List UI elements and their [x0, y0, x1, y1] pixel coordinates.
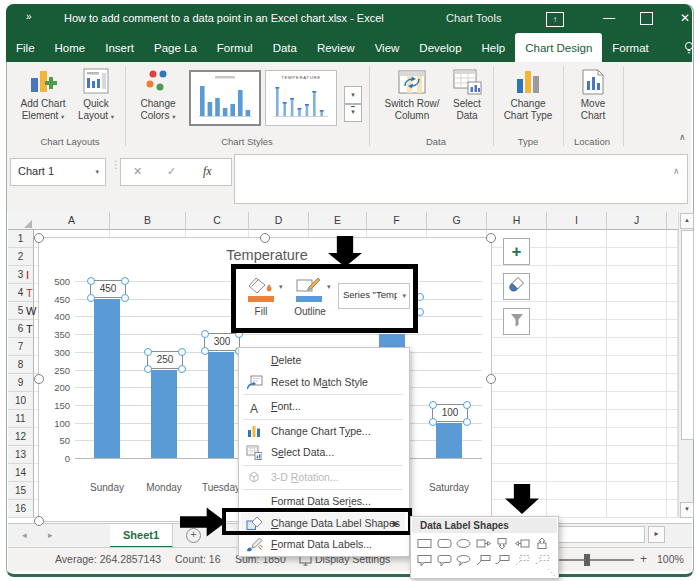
quick-layout-button[interactable]: Quick Layout ▾	[73, 68, 119, 123]
row-header-13[interactable]: 13	[8, 446, 34, 464]
column-header-H[interactable]: H	[487, 212, 547, 230]
gallery-scroll-down-button[interactable]: ▾	[344, 86, 362, 104]
label-selection-handle[interactable]	[87, 277, 95, 285]
enter-icon[interactable]: ✓	[167, 165, 176, 178]
chart-style-thumbnail-2[interactable]: TEMPERATURE	[265, 70, 337, 126]
label-selection-handle[interactable]	[144, 348, 152, 356]
outline-color-swatch[interactable]	[296, 296, 322, 302]
sheet-nav-right-icon[interactable]: ▸	[48, 530, 53, 540]
tab-help[interactable]: Help	[472, 33, 516, 62]
tab-view[interactable]: View	[365, 33, 410, 62]
name-box-dropdown-icon[interactable]: ▾	[95, 168, 99, 176]
cancel-icon[interactable]: ✕	[133, 165, 142, 178]
tab-review[interactable]: Review	[307, 33, 365, 62]
zoom-slider-handle[interactable]	[584, 554, 590, 566]
column-header-F[interactable]: F	[367, 212, 427, 230]
row-header-2[interactable]: 2	[8, 248, 34, 266]
column-header-I[interactable]: I	[547, 212, 607, 230]
chart-title[interactable]: Temperature	[217, 247, 317, 263]
shape-up-arrow-callout[interactable]	[533, 536, 552, 551]
zoom-in-icon[interactable]: +	[640, 552, 647, 566]
fill-dropdown-icon[interactable]: ▾	[279, 283, 283, 291]
row-header-8[interactable]: 8	[8, 356, 34, 374]
gallery-more-button[interactable]: ▾	[344, 104, 362, 122]
tab-insert[interactable]: Insert	[95, 33, 144, 62]
shape-right-arrow-callout[interactable]	[474, 536, 493, 551]
column-header-C[interactable]: C	[186, 212, 249, 230]
change-chart-type-button[interactable]: Change Chart Type	[499, 68, 557, 122]
label-selection-handle[interactable]	[178, 365, 186, 373]
label-selection-handle[interactable]	[201, 347, 209, 355]
name-box[interactable]: Chart 1 ▾	[10, 158, 106, 186]
minimize-button[interactable]: —	[600, 9, 618, 27]
zoom-slider[interactable]	[556, 559, 634, 561]
tab-data[interactable]: Data	[263, 33, 307, 62]
chart-selection-handle[interactable]	[260, 233, 270, 243]
column-header-G[interactable]: G	[427, 212, 487, 230]
menu-item-delete[interactable]: Delete	[241, 350, 405, 371]
tab-page-la[interactable]: Page La	[144, 33, 207, 62]
scroll-up-icon[interactable]: ▲	[680, 213, 694, 229]
menu-item-reset-to-match-style[interactable]: Reset to Match Style	[241, 372, 405, 393]
row-header-14[interactable]: 14	[8, 464, 34, 482]
outline-dropdown-icon[interactable]: ▾	[327, 283, 331, 291]
chart-elements-button[interactable]: +	[503, 238, 530, 265]
shape-line-callout-3[interactable]	[513, 553, 532, 568]
column-header-A[interactable]: A	[34, 212, 110, 230]
chart-selection-handle[interactable]	[486, 374, 496, 384]
tab-file[interactable]: File	[6, 33, 45, 62]
label-selection-handle[interactable]	[121, 277, 129, 285]
chart-selection-handle[interactable]	[34, 516, 44, 526]
tab-home[interactable]: Home	[45, 33, 96, 62]
label-selection-handle[interactable]	[144, 365, 152, 373]
vertical-scrollbar[interactable]: ▲ ▼	[678, 212, 693, 518]
label-selection-handle[interactable]	[429, 418, 437, 426]
label-selection-handle[interactable]	[178, 348, 186, 356]
tab-tell-me[interactable]: Tell me	[673, 33, 700, 62]
sheet-tab-sheet1[interactable]: Sheet1	[110, 524, 173, 548]
chart-selection-handle[interactable]	[34, 233, 44, 243]
insert-function-icon[interactable]: fx	[203, 164, 212, 179]
bar-saturday[interactable]	[436, 423, 462, 458]
label-selection-handle[interactable]	[201, 330, 209, 338]
menu-item-format-data-series[interactable]: Format Data Series...	[241, 491, 405, 512]
maximize-button[interactable]	[640, 12, 653, 25]
shape-line-callout-2[interactable]	[493, 553, 512, 568]
tab-develop[interactable]: Develop	[409, 33, 471, 62]
select-data-button[interactable]: Select Data	[445, 68, 489, 122]
label-selection-handle[interactable]	[121, 294, 129, 302]
move-chart-button[interactable]: Move Chart	[569, 68, 617, 122]
shape-rectangular-callout[interactable]	[415, 553, 434, 568]
menu-item-font[interactable]: AFont...	[241, 396, 405, 417]
expand-formula-bar-icon[interactable]: ∧	[673, 166, 680, 176]
row-header-15[interactable]: 15	[8, 482, 34, 500]
zoom-level[interactable]: 100%	[657, 553, 684, 565]
tab-formul[interactable]: Formul	[207, 33, 263, 62]
bar-monday[interactable]	[151, 370, 177, 459]
ribbon-display-options-icon[interactable]: ↑	[546, 12, 564, 27]
formula-input[interactable]	[234, 154, 688, 204]
hscroll-right-icon[interactable]: ▸	[648, 526, 665, 543]
change-colors-button[interactable]: Change Colors ▾	[133, 68, 183, 123]
row-header-12[interactable]: 12	[8, 428, 34, 446]
tab-chart-design[interactable]: Chart Design	[515, 33, 602, 62]
bar-tuesday[interactable]	[208, 352, 234, 458]
shape-left-arrow-callout[interactable]	[513, 536, 532, 551]
shape-rounded-rectangle[interactable]	[435, 536, 454, 551]
shape-rounded-rectangular-callout[interactable]	[435, 553, 454, 568]
scroll-down-icon[interactable]: ▼	[680, 502, 694, 518]
chart-styles-button[interactable]	[503, 273, 530, 300]
close-button[interactable]: ✕	[676, 9, 694, 27]
row-header-1[interactable]: 1	[8, 230, 34, 248]
row-header-10[interactable]: 10	[8, 392, 34, 410]
fill-color-swatch[interactable]	[248, 296, 274, 302]
shape-oval-callout[interactable]	[454, 553, 473, 568]
new-sheet-icon[interactable]: +	[186, 528, 201, 543]
tab-format[interactable]: Format	[602, 33, 658, 62]
row-header-9[interactable]: 9	[8, 374, 34, 392]
label-selection-handle[interactable]	[463, 401, 471, 409]
row-header-11[interactable]: 11	[8, 410, 34, 428]
shape-line-callout-4[interactable]	[533, 553, 552, 568]
label-selection-handle[interactable]	[429, 401, 437, 409]
sheet-nav-left-icon[interactable]: ◂	[22, 530, 27, 540]
